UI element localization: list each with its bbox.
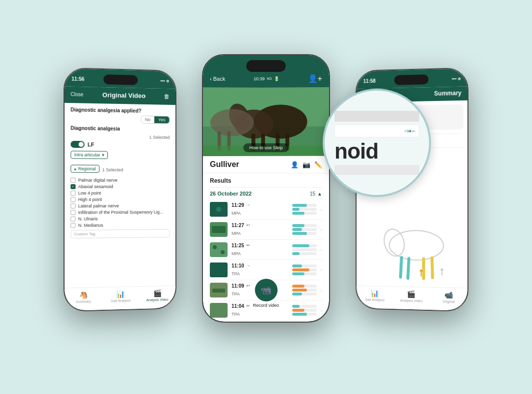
mag-white-row: 💉 [334,125,419,137]
list-item-palmar[interactable]: Palmar digital nerve [70,178,169,183]
left-header: Close Original Video 🗑 [65,86,175,105]
left-content: Diagnostic analgesia applied? No Yes Dia… [65,103,175,242]
lf-toggle-pill[interactable] [70,141,84,148]
list-item-medianus[interactable]: N. Medianus [70,222,169,228]
close-button-left[interactable]: Close [70,92,83,98]
camera-icon[interactable]: 📷 [302,161,310,168]
arrow-back-icon: ↩ [246,223,250,228]
right-title: Summary [434,90,461,97]
list-item-infiltration[interactable]: Infiltration of the Proximal Suspensory … [70,210,169,215]
record-button-container: 📹 Record video [253,279,279,308]
intra-articular-badge[interactable]: Intra articular ▾ [70,151,107,159]
yes-option[interactable]: Yes [155,116,169,123]
checkbox-high4[interactable] [70,197,75,202]
status-icons-left: ▪▪▪ ⌾ [160,78,168,83]
analysis-icon-right: 🎬 [407,290,416,298]
lf-label: LF [88,141,95,147]
meters-5 [292,285,317,296]
back-chevron-icon: ‹ [210,76,212,82]
meters-6 [292,305,317,316]
result-info-4: 11:10 → TPA [232,263,288,277]
edit-icon[interactable]: ✏️ [314,161,322,168]
diag-analgesia-label: Diagnostic analgesia [70,126,169,132]
checkbox-medianus[interactable] [70,223,75,228]
nav-summary-left[interactable]: 🐴 Summary [65,291,102,304]
arrow-back-5: ↩ [246,283,250,288]
chevron-right-2: › [321,227,322,232]
meters-4 [292,264,317,275]
trash-icon[interactable]: 🗑 [164,93,170,99]
time-left: 11:56 [71,76,84,82]
back-button[interactable]: ‹ Back [210,76,225,82]
nav-gait-left[interactable]: 📊 Gait Analysis [102,290,139,303]
regional-badges-row: ▴ Regional 1 Selected [70,164,169,175]
svg-line-30 [408,259,409,278]
badges-row: Intra articular ▾ [70,151,169,162]
meters-1 [292,204,317,215]
result-item-2[interactable]: 11:27 ↩ MPA › [210,220,322,240]
checkbox-low4[interactable] [70,191,75,196]
battery-icon: 🔋 [274,76,279,81]
nerve-block-list: Palmar digital nerve ✓ Abaxial sesamoid … [70,178,169,228]
date-row: 26 October 2022 15 ▲ [210,188,322,199]
signal-4g: 4G [266,76,272,81]
list-item-low4[interactable]: Low 4 point [70,191,169,196]
thumb-2 [210,222,228,237]
result-info-1: 11:29 → MPA [232,202,288,217]
svg-line-29 [400,258,401,277]
no-option[interactable]: No [141,116,154,123]
nav-analysis-left[interactable]: 🎬 Analysis Video [139,289,175,302]
svg-point-19 [221,250,225,254]
no-yes-toggle[interactable]: No Yes [140,116,169,124]
chevron-right-5: › [321,288,322,293]
checkbox-abaxial[interactable]: ✓ [70,184,75,189]
thumb-1 [210,202,228,217]
wifi-icon: ⌾ [166,78,169,83]
profile-icon[interactable]: 👤 [291,161,299,168]
video-camera-icon: 📹 [261,285,271,296]
record-label: Record video [253,303,279,308]
regional-badge[interactable]: ▴ Regional [70,164,99,172]
analysis-video-icon-left: 🎬 [153,289,162,297]
horse-diagram-svg [363,218,461,283]
thumb-3 [210,242,228,257]
phone-center: ‹ Back 10:39 4G 🔋 👤+ [202,54,330,323]
left-title: Original Video [83,91,164,99]
how-to-banner[interactable]: How-to use Sleip [243,143,289,152]
checkbox-ulnaris[interactable] [70,217,75,222]
svg-rect-16 [212,226,226,233]
center-time: 10:39 [254,76,265,81]
arrow-right-4: → [246,263,251,268]
list-item-lateral[interactable]: Lateral palmar nerve [70,203,169,209]
mag-stripe-1 [334,111,419,122]
add-user-icon[interactable]: 👤+ [308,74,322,83]
meters-3 [292,244,317,255]
nav-analysis-right[interactable]: 🎬 Analysis Video [393,290,430,303]
result-item-3[interactable]: 11:25 ✏ MPA › [210,240,322,260]
list-item-abaxial[interactable]: ✓ Abaxial sesamoid [70,184,169,189]
list-item-high4[interactable]: High 4 point [70,197,169,202]
dynamic-island-left [103,74,138,85]
diagnostic-question: Diagnostic analgesia applied? [70,107,169,114]
status-icons-right: ▪▪▪ ⌾ [452,76,461,82]
result-item-1[interactable]: 11:29 → MPA › [210,199,322,220]
custom-tag-input[interactable]: Custom Tag [70,229,169,238]
list-item-ulnaris[interactable]: N. Ulnaris [70,216,169,221]
chevron-up-icon-results[interactable]: ▲ [317,191,322,197]
time-right: 11:58 [363,78,375,84]
checkbox-infiltration[interactable] [70,210,75,215]
nav-original-right[interactable]: 📹 Original [430,291,467,304]
regional-selected: 1 Selected [102,167,124,172]
checkbox-palmar[interactable] [70,178,75,183]
dynamic-island-center [246,60,286,72]
checkbox-lateral[interactable] [70,203,75,208]
record-video-button[interactable]: 📹 [255,279,277,301]
result-item-7[interactable]: 10:45 → Basic trot un... › [210,321,322,322]
gait-icon-right: 📊 [370,289,379,297]
chevron-down-icon: ▾ [102,153,104,158]
svg-rect-23 [210,303,228,318]
svg-point-14 [216,207,221,212]
nav-gait-right[interactable]: 📊 Gait Analysis [357,289,393,302]
right-bottom-nav: 📊 Gait Analysis 🎬 Analysis Video 📹 Origi… [357,286,467,311]
result-item-4[interactable]: 11:10 → TPA › [210,260,322,280]
